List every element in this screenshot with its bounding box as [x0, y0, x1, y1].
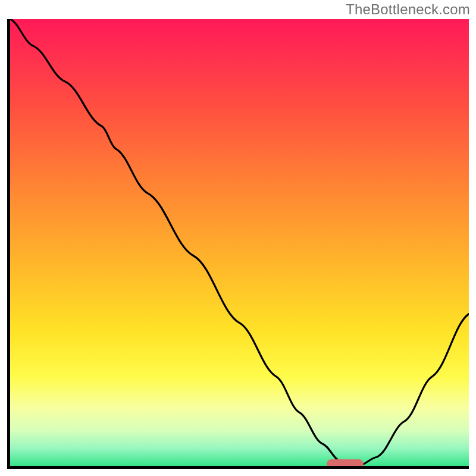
watermark-text: TheBottleneck.com: [346, 1, 470, 18]
axes-frame: [7, 19, 469, 469]
chart-canvas: TheBottleneck.com: [0, 0, 476, 476]
